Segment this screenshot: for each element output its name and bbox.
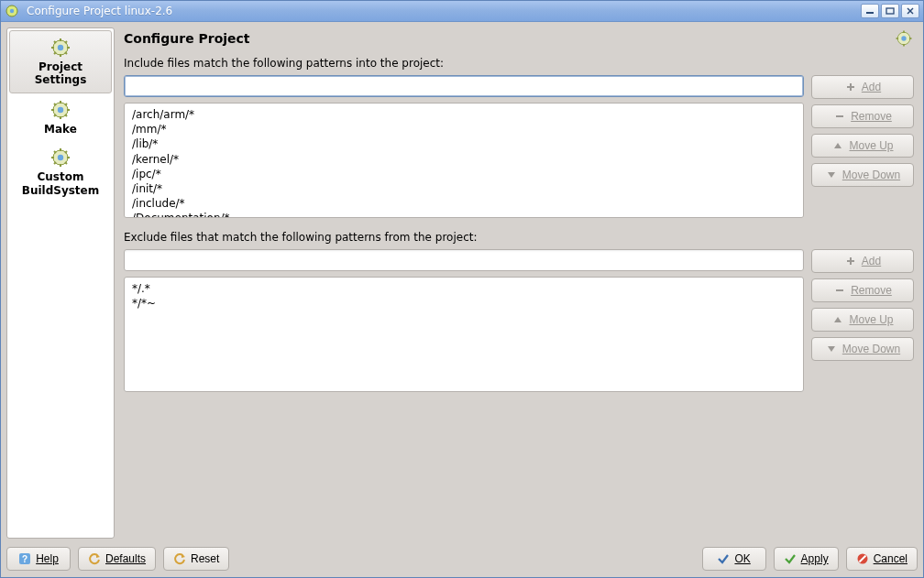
svg-line-12: [65, 52, 67, 54]
svg-marker-50: [834, 317, 842, 322]
sidebar-item-label: Make: [44, 123, 77, 136]
triangle-up-icon: [831, 313, 844, 326]
svg-line-33: [65, 151, 67, 153]
window-title: Configure Project linux-2.6: [27, 5, 859, 17]
svg-line-14: [54, 52, 56, 54]
svg-line-11: [54, 41, 56, 43]
svg-point-15: [58, 45, 63, 50]
defaults-icon: [88, 552, 101, 565]
include-pattern-list[interactable]: /arch/arm/* /mm/* /lib/* /kernel/* /ipc/…: [124, 103, 804, 218]
svg-marker-45: [834, 143, 842, 148]
reset-button[interactable]: Reset: [163, 547, 229, 571]
include-label: Include files match the following patter…: [124, 57, 914, 70]
maximize-button[interactable]: [881, 4, 899, 18]
gear-icon: [894, 29, 914, 48]
svg-point-41: [901, 36, 906, 40]
sidebar-item-make[interactable]: Make: [9, 93, 112, 141]
svg-line-22: [65, 115, 67, 116]
remove-button[interactable]: Remove: [811, 278, 914, 302]
svg-marker-46: [828, 172, 835, 178]
main-panel: Configure Project Include files match th…: [118, 27, 918, 539]
svg-rect-3: [886, 8, 894, 14]
add-button[interactable]: Add: [811, 249, 914, 273]
cancel-icon: [856, 552, 869, 565]
gear-icon: [48, 99, 73, 121]
apply-button[interactable]: Apply: [774, 547, 839, 571]
svg-line-21: [54, 104, 56, 105]
svg-line-23: [65, 104, 67, 105]
svg-line-34: [54, 162, 56, 164]
move-down-button[interactable]: Move Down: [811, 337, 914, 361]
remove-button[interactable]: Remove: [811, 104, 914, 128]
triangle-down-icon: [825, 343, 838, 355]
svg-rect-2: [866, 12, 874, 14]
triangle-up-icon: [831, 139, 844, 152]
app-icon: [5, 4, 19, 18]
close-button[interactable]: [901, 4, 919, 18]
window-root: Configure Project linux-2.6 Project Sett…: [0, 0, 924, 578]
svg-line-32: [65, 162, 67, 164]
header-row: Configure Project: [124, 29, 914, 48]
include-block: /arch/arm/* /mm/* /lib/* /kernel/* /ipc/…: [124, 75, 914, 218]
svg-point-35: [58, 155, 63, 160]
minimize-button[interactable]: [861, 4, 879, 18]
triangle-down-icon: [825, 169, 838, 181]
plus-icon: [844, 255, 857, 267]
sidebar-item-label: Project Settings: [12, 60, 109, 87]
svg-point-25: [58, 107, 63, 113]
sidebar-item-custom-buildsystem[interactable]: Custom BuildSystem: [9, 141, 112, 202]
content-row: Project Settings Make Custom BuildSystem: [6, 27, 918, 539]
svg-line-13: [65, 41, 67, 43]
svg-line-31: [54, 151, 56, 153]
minus-icon: [833, 284, 846, 297]
include-pattern-input[interactable]: [124, 75, 804, 97]
exclude-pattern-list[interactable]: */.* */*~: [124, 277, 804, 392]
move-up-button[interactable]: Move Up: [811, 308, 914, 332]
gear-icon: [48, 37, 73, 59]
minus-icon: [833, 110, 846, 123]
svg-text:?: ?: [22, 554, 28, 564]
sidebar-item-project-settings[interactable]: Project Settings: [9, 30, 112, 93]
exclude-block: */.* */*~ Add Remove Move Up Move Down: [124, 249, 914, 392]
exclude-label: Exclude files that match the following p…: [124, 231, 914, 244]
footer: ?Help Defaults Reset OK Apply Cancel: [6, 539, 918, 572]
svg-line-24: [54, 115, 56, 116]
reset-icon: [173, 552, 186, 565]
help-button[interactable]: ?Help: [6, 547, 71, 571]
move-down-button[interactable]: Move Down: [811, 163, 914, 187]
add-button[interactable]: Add: [811, 75, 914, 99]
titlebar[interactable]: Configure Project linux-2.6: [1, 1, 923, 22]
check-icon: [784, 552, 797, 565]
svg-marker-51: [828, 346, 835, 352]
client-area: Project Settings Make Custom BuildSystem: [1, 22, 923, 577]
help-icon: ?: [18, 552, 31, 565]
plus-icon: [844, 81, 857, 93]
svg-point-1: [10, 9, 14, 13]
sidebar: Project Settings Make Custom BuildSystem: [6, 27, 115, 539]
exclude-pattern-input[interactable]: [124, 249, 804, 271]
check-icon: [717, 552, 730, 565]
page-title: Configure Project: [124, 31, 894, 46]
defaults-button[interactable]: Defaults: [78, 547, 156, 571]
gear-icon: [48, 147, 73, 169]
ok-button[interactable]: OK: [702, 547, 766, 571]
sidebar-item-label: Custom BuildSystem: [11, 170, 110, 197]
cancel-button[interactable]: Cancel: [846, 547, 918, 571]
move-up-button[interactable]: Move Up: [811, 134, 914, 158]
